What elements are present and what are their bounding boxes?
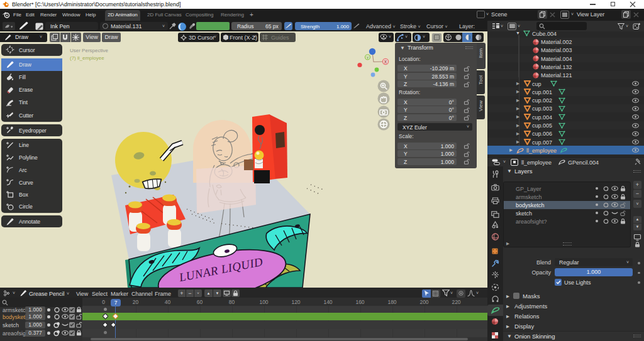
- svg-text:X: X: [384, 60, 387, 64]
- svg-text:Y: Y: [366, 56, 369, 60]
